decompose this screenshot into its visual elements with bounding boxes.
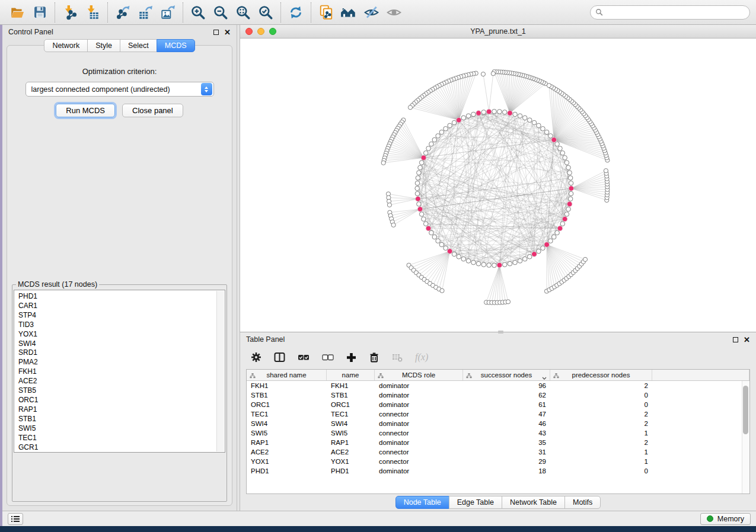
network-node[interactable]: [508, 261, 512, 266]
network-node[interactable]: [568, 176, 573, 181]
tab-network-table[interactable]: Network Table: [502, 496, 565, 509]
column-header-successor-nodes[interactable]: successor nodes: [463, 370, 550, 380]
mcds-result-item[interactable]: ACE2: [18, 377, 216, 386]
network-node[interactable]: [416, 176, 420, 181]
network-node[interactable]: [583, 257, 587, 261]
network-node[interactable]: [391, 223, 395, 227]
network-node[interactable]: [466, 259, 471, 264]
mcds-node[interactable]: [497, 262, 502, 268]
network-node[interactable]: [471, 112, 476, 117]
network-node[interactable]: [548, 239, 553, 243]
task-history-button[interactable]: [8, 513, 23, 525]
network-node[interactable]: [387, 203, 391, 207]
refresh-layout-button[interactable]: [285, 2, 307, 23]
sort-chevron-icon[interactable]: [542, 374, 547, 381]
first-neighbors-button[interactable]: [337, 2, 360, 23]
mcds-result-item[interactable]: ORC1: [18, 396, 216, 405]
deselect-all-button[interactable]: [322, 352, 334, 362]
mcds-node[interactable]: [456, 117, 461, 123]
network-node[interactable]: [461, 257, 466, 261]
mcds-result-item[interactable]: STB5: [18, 386, 216, 396]
network-node[interactable]: [502, 110, 507, 115]
network-node[interactable]: [457, 254, 461, 259]
add-column-button[interactable]: [346, 352, 356, 363]
network-node[interactable]: [466, 114, 471, 118]
network-node[interactable]: [518, 114, 522, 118]
table-row[interactable]: RAP1RAP1dominator352: [247, 438, 749, 447]
network-node[interactable]: [429, 142, 434, 146]
network-node[interactable]: [566, 207, 571, 211]
network-node[interactable]: [432, 235, 437, 239]
run-mcds-button[interactable]: Run MCDS: [56, 104, 115, 117]
mcds-node[interactable]: [508, 111, 513, 116]
tab-style[interactable]: Style: [87, 39, 120, 52]
network-node[interactable]: [544, 130, 549, 134]
export-image-button[interactable]: [157, 2, 179, 23]
mcds-result-item[interactable]: TID3: [18, 321, 216, 330]
network-node[interactable]: [423, 222, 428, 226]
network-node[interactable]: [408, 105, 412, 110]
network-node[interactable]: [551, 235, 556, 239]
float-panel-icon[interactable]: [213, 30, 219, 35]
import-table-button[interactable]: [81, 2, 104, 23]
mcds-node[interactable]: [551, 137, 557, 143]
network-node[interactable]: [502, 262, 507, 267]
mcds-result-item[interactable]: SWI5: [18, 424, 216, 434]
network-node[interactable]: [418, 165, 423, 170]
close-table-panel-icon[interactable]: ✕: [744, 336, 750, 344]
network-node[interactable]: [429, 230, 434, 235]
tab-motifs[interactable]: Motifs: [564, 496, 601, 509]
zoom-selected-button[interactable]: [254, 2, 277, 23]
delete-table-button[interactable]: [392, 352, 403, 362]
network-node[interactable]: [566, 165, 571, 170]
mcds-result-item[interactable]: SRD1: [18, 348, 216, 358]
network-node[interactable]: [448, 123, 452, 128]
table-row[interactable]: TEC1TEC1connector472: [247, 409, 749, 419]
network-node[interactable]: [444, 246, 448, 251]
mcds-node[interactable]: [569, 186, 574, 191]
network-node[interactable]: [537, 249, 541, 254]
network-node[interactable]: [491, 72, 495, 76]
network-node[interactable]: [422, 217, 426, 222]
export-network-button[interactable]: [111, 2, 134, 23]
mcds-node[interactable]: [421, 155, 426, 161]
network-node[interactable]: [564, 161, 569, 165]
mcds-node[interactable]: [567, 201, 572, 207]
mcds-result-item[interactable]: RAP1: [18, 405, 216, 415]
select-all-button[interactable]: [298, 352, 310, 362]
mcds-node[interactable]: [544, 242, 550, 248]
network-node[interactable]: [513, 112, 518, 117]
network-node[interactable]: [415, 186, 420, 191]
network-node[interactable]: [541, 126, 546, 131]
close-panel-button[interactable]: Close panel: [122, 104, 183, 117]
zoom-fit-button[interactable]: [232, 2, 254, 23]
network-node[interactable]: [436, 134, 441, 139]
mcds-node[interactable]: [476, 111, 481, 116]
network-node[interactable]: [415, 191, 420, 196]
table-row[interactable]: PHD1PHD1dominator180: [247, 466, 749, 476]
show-all-button[interactable]: [382, 2, 405, 23]
mcds-result-item[interactable]: CAR1: [18, 302, 216, 311]
network-node[interactable]: [518, 259, 522, 264]
network-node[interactable]: [558, 146, 563, 151]
table-row[interactable]: SWI4SWI4dominator462: [247, 419, 749, 428]
tab-edge-table[interactable]: Edge Table: [449, 496, 502, 509]
save-session-button[interactable]: [28, 2, 51, 23]
mcds-node[interactable]: [486, 109, 492, 114]
network-node[interactable]: [548, 134, 553, 139]
network-node[interactable]: [560, 222, 565, 226]
table-scrollbar-thumb[interactable]: [743, 386, 748, 434]
tab-network[interactable]: Network: [44, 39, 88, 52]
mcds-node[interactable]: [447, 249, 452, 254]
network-node[interactable]: [569, 181, 573, 185]
network-node[interactable]: [436, 239, 441, 243]
network-node[interactable]: [564, 212, 569, 217]
list-scrollbar[interactable]: [216, 291, 224, 451]
network-node[interactable]: [461, 116, 466, 120]
table-row[interactable]: YOX1YOX1connector291: [247, 457, 749, 466]
network-node[interactable]: [555, 230, 560, 235]
column-header-shared-name[interactable]: shared name: [247, 370, 327, 380]
network-node[interactable]: [522, 116, 527, 120]
network-node[interactable]: [492, 109, 497, 114]
network-node[interactable]: [440, 289, 444, 293]
